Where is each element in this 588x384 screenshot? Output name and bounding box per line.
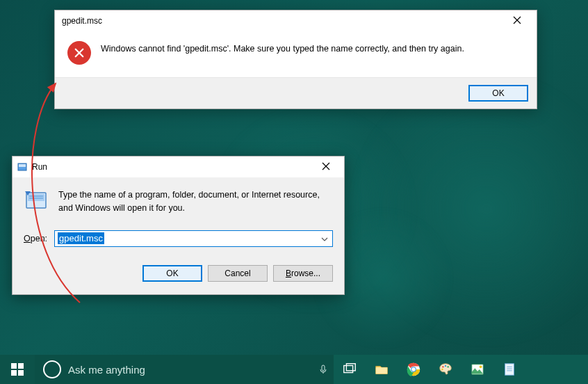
error-titlebar[interactable]: gpedit.msc [55,10,537,31]
chrome-icon[interactable] [398,362,430,377]
run-titlebar[interactable]: Run [13,157,344,177]
notepad-icon[interactable] [493,362,525,377]
svg-rect-1 [19,164,26,167]
close-button[interactable] [503,10,531,31]
svg-rect-5 [344,366,353,373]
microphone-icon[interactable] [313,364,334,375]
ok-button[interactable]: OK [468,85,528,102]
svg-rect-17 [505,364,514,376]
run-close-button[interactable] [312,157,340,177]
task-view-icon[interactable] [334,362,366,377]
open-label: Open: [24,234,47,243]
cortana-placeholder: Ask me anything [68,364,313,376]
svg-rect-6 [346,364,355,371]
run-ok-button[interactable]: OK [142,265,202,282]
error-icon [67,41,91,65]
paint-icon[interactable] [430,362,462,377]
error-message: Windows cannot find 'gpedit.msc'. Make s… [101,41,464,65]
run-icon [17,161,28,173]
svg-point-14 [441,369,443,370]
run-dialog: Run Type the name of a program, folder, … [12,156,345,295]
cortana-search[interactable]: Ask me anything [35,355,334,384]
error-footer: OK [55,77,537,109]
run-cancel-button[interactable]: Cancel [208,265,268,282]
svg-point-13 [447,366,448,367]
windows-logo-icon [11,363,24,376]
svg-rect-7 [376,367,388,374]
run-title: Run [32,162,47,172]
run-app-icon [24,189,49,214]
run-browse-button[interactable]: Browse... [273,265,333,282]
error-dialog: gpedit.msc Windows cannot find 'gpedit.m… [54,10,537,109]
svg-point-16 [480,366,482,369]
chevron-down-icon[interactable] [321,234,328,243]
svg-point-11 [442,366,443,367]
picture-viewer-icon[interactable] [462,362,493,377]
svg-rect-4 [322,365,325,371]
file-explorer-icon[interactable] [366,362,398,377]
run-description: Type the name of a program, folder, docu… [58,189,333,215]
svg-point-12 [445,365,446,367]
start-button[interactable] [0,355,35,384]
open-value: gpedit.msc [58,232,104,244]
taskbar: Ask me anything [0,355,588,384]
svg-point-10 [411,367,416,371]
svg-rect-3 [28,194,44,201]
run-body: Type the name of a program, folder, docu… [13,177,344,294]
error-title: gpedit.msc [62,16,102,26]
error-body: Windows cannot find 'gpedit.msc'. Make s… [55,31,537,77]
cortana-icon [43,360,61,378]
open-combobox[interactable]: gpedit.msc [54,230,333,247]
